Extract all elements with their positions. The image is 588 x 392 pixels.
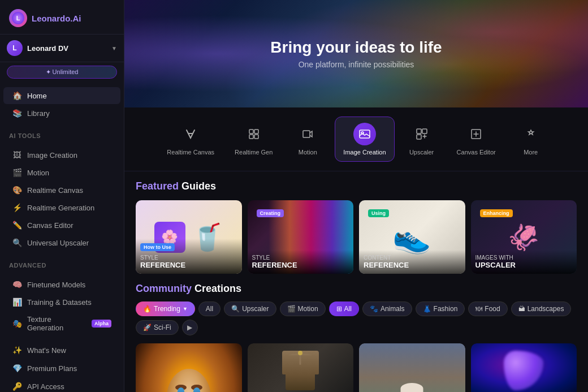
upscaler-filter-icon: 🔍: [231, 305, 240, 313]
unlimited-badge[interactable]: Unlimited: [7, 66, 117, 79]
api-icon: 🔑: [12, 382, 21, 391]
guide-card-2[interactable]: 👟 Using CONTENT REFERENCE: [359, 200, 465, 274]
sidebar-item-realtime-canvas[interactable]: 🎨 Realtime Canvas: [3, 182, 120, 199]
svg-rect-5: [254, 135, 258, 139]
sidebar-item-library[interactable]: 📚 Library: [3, 105, 120, 122]
sidebar-item-image-creation[interactable]: 🖼 Image Creation: [3, 147, 120, 163]
sidebar-item-realtime-generation[interactable]: ⚡ Realtime Generation: [3, 199, 120, 216]
creation-card-0[interactable]: [136, 343, 242, 392]
sidebar-item-finetuned-label: Finetuned Models: [27, 281, 85, 289]
sidebar-item-finetuned[interactable]: 🧠 Finetuned Models: [3, 276, 120, 293]
tool-realtime-gen[interactable]: Realtime Gen: [227, 117, 280, 161]
sidebar-item-training[interactable]: 📊 Training & Datasets: [3, 294, 120, 311]
premium-icon: 💎: [12, 364, 21, 373]
filter-food[interactable]: 🍽 Food: [468, 301, 507, 316]
landscapes-filter-icon: 🏔: [518, 305, 525, 313]
user-name: Leonard DV: [27, 44, 107, 53]
filter-animals[interactable]: 🐾 Animals: [362, 301, 412, 316]
filter-landscapes-label: Landscapes: [528, 305, 564, 313]
sidebar-item-whats-new[interactable]: ✨ What's New: [3, 342, 120, 359]
guide-card-0-text: STYLE REFERENCE: [140, 255, 237, 269]
svg-rect-3: [254, 130, 258, 133]
sidebar-item-motion-label: Motion: [27, 169, 49, 177]
tool-upscaler[interactable]: Upscaler: [399, 117, 444, 161]
guide-card-3[interactable]: 🦑 Enhancing IMAGES WITH UPSCALER: [471, 200, 577, 274]
tool-motion[interactable]: Motion: [285, 117, 330, 161]
filter-fashion-label: Fashion: [434, 305, 458, 313]
training-icon: 📊: [12, 298, 21, 307]
tool-motion-label: Motion: [299, 149, 317, 156]
tool-canvas-editor[interactable]: Canvas Editor: [449, 117, 504, 161]
creation-col-2: 🦊: [248, 343, 354, 392]
food-filter-icon: 🍽: [475, 305, 482, 313]
guide-card-0-tag: How to Use: [140, 243, 175, 251]
home-icon: 🏠: [12, 91, 21, 100]
finetuned-icon: 🧠: [12, 280, 21, 289]
sidebar-item-canvas-editor[interactable]: ✏️ Canvas Editor: [3, 217, 120, 234]
filter-motion[interactable]: 🎬 Motion: [280, 301, 326, 316]
creation-card-3[interactable]: [471, 343, 577, 392]
sidebar-item-premium[interactable]: 💎 Premium Plans: [3, 360, 120, 377]
main-content: Bring your ideas to life One platform, i…: [124, 0, 588, 392]
trending-chevron: ▼: [183, 306, 188, 312]
whats-new-icon: ✨: [12, 346, 21, 355]
logo-text: Leonardo.Ai: [32, 14, 81, 23]
filter-landscapes[interactable]: 🏔 Landscapes: [511, 301, 572, 316]
filter-all-2[interactable]: ⊞ All: [329, 301, 359, 316]
filter-fashion[interactable]: 👗 Fashion: [416, 301, 465, 316]
creation-col-4: 🌙: [471, 343, 577, 392]
tool-realtime-canvas-label: Realtime Canvas: [167, 149, 214, 156]
filter-sci-fi-label: Sci-Fi: [154, 324, 171, 331]
guide-card-0[interactable]: 🌸 🥤 How to Use STYLE REFERENCE: [136, 200, 242, 274]
main-nav: 🏠 Home 📚 Library: [0, 82, 124, 127]
guide-card-1-tag: Creating: [257, 209, 284, 217]
filter-next-button[interactable]: ▶: [182, 320, 198, 335]
filter-sci-fi[interactable]: 🚀 Sci-Fi: [136, 320, 179, 335]
ai-tools-label: AI Tools: [0, 127, 124, 141]
tool-more[interactable]: More: [508, 117, 554, 161]
community-heading-rest: Creations: [192, 283, 241, 294]
guide-card-1[interactable]: Creating STYLE REFERENCE: [248, 200, 354, 274]
svg-rect-10: [422, 129, 427, 133]
filter-upscaler[interactable]: 🔍 Upscaler: [224, 301, 276, 316]
filter-all-1-label: All: [206, 305, 213, 313]
sidebar-item-motion[interactable]: 🎬 Motion: [3, 164, 120, 181]
user-section[interactable]: L Leonard DV ▼: [0, 35, 124, 62]
tool-image-creation-label: Image Creation: [343, 149, 386, 156]
featured-guides-heading: Featured Guides: [136, 180, 577, 192]
sidebar-item-realtime-canvas-label: Realtime Canvas: [27, 186, 83, 195]
realtime-gen-tool-icon: [243, 123, 265, 145]
sidebar-item-canvas-editor-label: Canvas Editor: [27, 221, 74, 230]
filter-all-1[interactable]: All: [198, 301, 220, 316]
svg-rect-4: [249, 135, 253, 139]
sidebar-item-upscaler[interactable]: 🔍 Universal Upscaler: [3, 234, 120, 251]
realtime-gen-icon: ⚡: [12, 203, 21, 212]
realtime-canvas-icon: 🎨: [12, 186, 21, 195]
sidebar-item-api[interactable]: 🔑 API Access: [3, 378, 120, 392]
creation-card-1[interactable]: [248, 343, 354, 392]
tool-canvas-editor-label: Canvas Editor: [457, 149, 496, 156]
guide-card-2-label: CONTENT: [364, 255, 461, 261]
image-creation-tool-icon: [353, 123, 376, 145]
tool-realtime-canvas[interactable]: Realtime Canvas: [159, 117, 222, 161]
filter-motion-label: Motion: [298, 305, 318, 313]
fashion-filter-icon: 👗: [423, 305, 431, 313]
community-heading: Community Creations: [136, 283, 577, 295]
sidebar-item-upscaler-label: Universal Upscaler: [27, 239, 89, 247]
filter-trending[interactable]: 🔥 Trending ▼: [136, 301, 195, 316]
sidebar-item-whats-new-label: What's New: [27, 346, 66, 355]
tool-more-label: More: [524, 149, 538, 156]
tool-image-creation[interactable]: Image Creation: [335, 117, 394, 162]
guide-card-1-title: REFERENCE: [252, 261, 349, 269]
animals-filter-icon: 🐾: [370, 305, 378, 313]
guide-card-2-tag: Using: [368, 209, 389, 217]
sidebar-item-home[interactable]: 🏠 Home: [3, 87, 120, 104]
logo-avatar: L: [9, 9, 27, 27]
community-section: Community Creations 🔥 Trending ▼ All 🔍 U…: [124, 283, 588, 392]
community-highlight: Community: [136, 283, 192, 294]
hero-title: Bring your ideas to life: [270, 38, 442, 57]
alpha-badge: Alpha: [92, 320, 111, 328]
sidebar-item-texture[interactable]: 🎭 Texture Generation Alpha: [3, 311, 120, 336]
ai-tools-nav: 🖼 Image Creation 🎬 Motion 🎨 Realtime Can…: [0, 141, 124, 256]
creation-card-2[interactable]: [359, 343, 465, 392]
